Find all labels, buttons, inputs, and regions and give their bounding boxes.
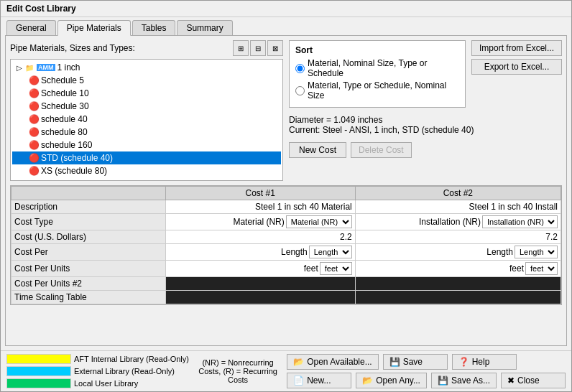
tree-container: ▷ 📁 AMM 1 inch 🔴 Schedule 5 🔴 Schedule 1… xyxy=(10,59,283,181)
sort-radio-2[interactable] xyxy=(295,86,305,95)
open-available-label: Open Available... xyxy=(307,357,372,367)
red-circle-icon-sch40: 🔴 xyxy=(28,113,40,125)
val1-cost-per-units: feet feet xyxy=(165,261,355,277)
val2-time-scaling xyxy=(355,291,561,304)
sort-group: Sort Material, Nominal Size, Type or Sch… xyxy=(289,40,466,108)
tab-pipe-materials[interactable]: Pipe Materials xyxy=(57,20,131,36)
grid-icon-1[interactable]: ⊞ xyxy=(233,40,249,56)
legend-local: Local User Library xyxy=(6,378,189,388)
help-icon: ❓ xyxy=(458,357,469,367)
save-as-button[interactable]: 💾 Save As... xyxy=(431,373,497,388)
close-label: Close xyxy=(517,375,540,386)
red-circle-icon-sch30: 🔴 xyxy=(28,101,40,112)
title-bar: Edit Cost Library xyxy=(1,1,571,17)
tree-item-xs[interactable]: 🔴 XS (schedule 80) xyxy=(12,164,281,177)
legend-external-label: External Library (Read-Only) xyxy=(74,367,175,375)
radio-row-1: Material, Nominal Size, Type or Schedule xyxy=(295,58,459,78)
grid-icon-2[interactable]: ⊟ xyxy=(250,40,266,56)
save-button[interactable]: 💾 Save xyxy=(383,354,448,370)
label-cost-type: Cost Type xyxy=(11,214,166,230)
val1-cost-per: Length Length xyxy=(165,244,355,261)
tree-item-1inch[interactable]: ▷ 📁 AMM 1 inch xyxy=(12,61,281,74)
legend-color-yellow xyxy=(6,354,71,364)
red-circle-icon-std: 🔴 xyxy=(28,152,40,164)
cost-type-2-select[interactable]: Installation (NR) xyxy=(482,215,558,228)
cost-per-1-select[interactable]: Length xyxy=(309,246,352,258)
sort-label-1: Material, Nominal Size, Type or Schedule xyxy=(308,58,459,78)
legend-local-label: Local User Library xyxy=(74,379,138,388)
val2-cost-usd xyxy=(355,230,561,244)
tree-label-sch10: Schedule 10 xyxy=(41,88,89,98)
table-row-description: Description Steel 1 in sch 40 Material S… xyxy=(11,200,561,214)
new-label: New... xyxy=(307,375,331,386)
legend-external: External Library (Read-Only) xyxy=(6,366,189,376)
panel-label: Pipe Materials, Sizes and Types: xyxy=(10,43,135,53)
delete-cost-button[interactable]: Delete Cost xyxy=(351,142,412,158)
cost-table-section: Cost #1 Cost #2 Description Steel 1 in s… xyxy=(10,185,562,305)
cost-per-units-1-select[interactable]: feet xyxy=(320,262,352,275)
tab-general[interactable]: General xyxy=(6,20,56,35)
val1-cost-usd xyxy=(165,230,355,244)
cost-usd-2-input[interactable] xyxy=(359,232,558,242)
legend-color-green xyxy=(6,378,71,388)
tree-label-sch160: schedule 160 xyxy=(41,140,92,150)
cost-type-1-select[interactable]: Material (NR) xyxy=(286,215,352,228)
open-available-icon: 📂 xyxy=(293,357,304,367)
tree-label-sch40: schedule 40 xyxy=(41,114,88,124)
open-available-button[interactable]: 📂 Open Available... xyxy=(287,354,379,370)
red-circle-icon-sch5: 🔴 xyxy=(28,75,40,86)
grid-icon-3[interactable]: ⊠ xyxy=(267,40,283,56)
folder-icon: 📁 xyxy=(24,62,35,73)
tree-item-sch5[interactable]: 🔴 Schedule 5 xyxy=(12,74,281,87)
tree-item-sch160[interactable]: 🔴 schedule 160 xyxy=(12,139,281,151)
open-any-icon: 📂 xyxy=(362,375,373,386)
bottom-btn-row-1: 📂 Open Available... 💾 Save ❓ Help xyxy=(287,354,566,370)
tree-item-sch10[interactable]: 🔴 Schedule 10 xyxy=(12,87,281,100)
col-header-empty xyxy=(11,187,166,200)
open-any-button[interactable]: 📂 Open Any... xyxy=(356,373,427,388)
current-info: Current: Steel - ANSI, 1 inch, STD (sche… xyxy=(289,125,562,135)
tabs-bar: General Pipe Materials Tables Summary xyxy=(1,17,571,35)
save-icon: 💾 xyxy=(389,357,400,367)
tree-item-sch40[interactable]: 🔴 schedule 40 xyxy=(12,113,281,126)
new-button[interactable]: 📄 New... xyxy=(287,373,351,388)
help-button[interactable]: ❓ Help xyxy=(452,354,517,370)
tree-label-sch80: schedule 80 xyxy=(41,127,88,137)
sort-label-2: Material, Type or Schedule, Nominal Size xyxy=(308,80,459,101)
tree-toolbar-row: Pipe Materials, Sizes and Types: ⊞ ⊟ ⊠ xyxy=(10,40,283,56)
col-header-cost1: Cost #1 xyxy=(165,187,355,200)
red-circle-icon-xs: 🔴 xyxy=(28,165,40,177)
help-label: Help xyxy=(472,357,490,367)
cost-per-units-2-select[interactable]: feet xyxy=(525,262,558,275)
import-excel-button[interactable]: Import from Excel... xyxy=(471,40,562,56)
tree-item-std[interactable]: 🔴 STD (schedule 40) xyxy=(12,151,281,164)
cost-usd-1-input[interactable] xyxy=(169,232,352,242)
sort-radio-1[interactable] xyxy=(295,64,305,73)
export-excel-button[interactable]: Export to Excel... xyxy=(471,59,562,75)
right-panel: Sort Material, Nominal Size, Type or Sch… xyxy=(289,40,562,181)
main-window: Edit Cost Library General Pipe Materials… xyxy=(0,0,572,392)
red-circle-icon-sch80: 🔴 xyxy=(28,126,40,138)
spacer xyxy=(10,309,562,341)
label-cost-usd: Cost (U.S. Dollars) xyxy=(11,230,166,244)
val1-cost-type: Material (NR) Material (NR) xyxy=(165,214,355,230)
table-row-cost-type: Cost Type Material (NR) Material (NR) In… xyxy=(11,214,561,230)
table-row-cost-usd: Cost (U.S. Dollars) xyxy=(11,230,561,244)
tree-item-sch30[interactable]: 🔴 Schedule 30 xyxy=(12,100,281,113)
left-panel: Pipe Materials, Sizes and Types: ⊞ ⊟ ⊠ ▷… xyxy=(10,40,283,181)
cost-per-2-select[interactable]: Length xyxy=(515,246,558,258)
new-delete-row: New Cost Delete Cost xyxy=(289,142,562,158)
radio-row-2: Material, Type or Schedule, Nominal Size xyxy=(295,80,459,101)
close-icon: ✖ xyxy=(507,375,515,386)
tree-item-sch80[interactable]: 🔴 schedule 80 xyxy=(12,126,281,139)
sort-excel-row: Sort Material, Nominal Size, Type or Sch… xyxy=(289,40,562,108)
tab-summary[interactable]: Summary xyxy=(177,20,232,35)
tab-tables[interactable]: Tables xyxy=(132,20,176,35)
bottom-buttons: 📂 Open Available... 💾 Save ❓ Help 📄 New.… xyxy=(287,354,566,388)
badge-amm: AMM xyxy=(37,64,55,71)
close-button[interactable]: ✖ Close xyxy=(501,373,566,388)
new-cost-button[interactable]: New Cost xyxy=(289,142,346,158)
val2-cost-per-units2 xyxy=(355,277,561,291)
info-area: Diameter = 1.049 inches Current: Steel -… xyxy=(289,112,562,138)
val2-description: Steel 1 in sch 40 Install xyxy=(355,200,561,214)
